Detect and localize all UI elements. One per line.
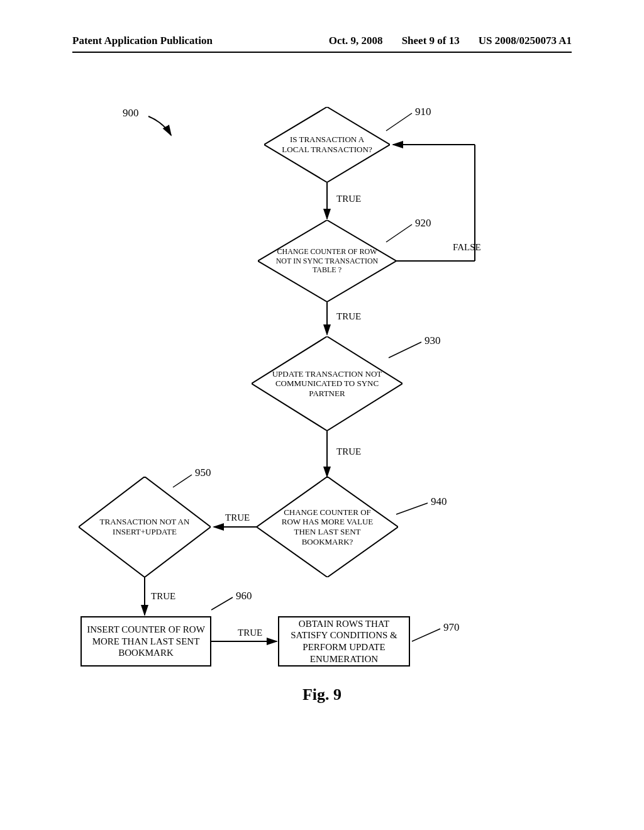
- svg-line-3: [396, 503, 428, 514]
- decision-940-text: CHANGE COUNTER OF ROW HAS MORE VALUE THE…: [257, 477, 398, 577]
- ref-930: 930: [425, 335, 441, 347]
- decision-930-text: UPDATE TRANSACTION NOT COMMUNICATED TO S…: [252, 336, 402, 431]
- decision-910-text: IS TRANSACTION A LOCAL TRANSACTION?: [264, 107, 390, 182]
- edge-930-true: TRUE: [336, 446, 361, 457]
- flowchart: 900 IS TRANSACTION A LOCAL TRANSACTION? …: [0, 101, 644, 742]
- svg-line-0: [386, 113, 412, 131]
- decision-950-text: TRANSACTION NOT AN INSERT+UPDATE: [79, 477, 211, 577]
- header-date: Oct. 9, 2008: [329, 35, 383, 47]
- svg-line-6: [412, 629, 440, 641]
- figure-caption: Fig. 9: [0, 685, 644, 704]
- svg-line-5: [211, 597, 233, 610]
- ref-900: 900: [123, 107, 139, 119]
- edge-950-true: TRUE: [151, 591, 175, 602]
- decision-920-text: CHANGE COUNTER OF ROW NOT IN SYNC TRANSA…: [258, 220, 396, 302]
- edge-940-true: TRUE: [225, 512, 250, 523]
- edge-920-true: TRUE: [336, 311, 361, 322]
- ref-920: 920: [415, 217, 431, 230]
- process-960: INSERT COUNTER OF ROW MORE THAN LAST SEN…: [80, 616, 211, 667]
- edge-910-true: TRUE: [336, 194, 361, 204]
- edge-960-true: TRUE: [238, 628, 262, 638]
- header-left: Patent Application Publication: [72, 35, 213, 47]
- header-rule: [72, 52, 572, 53]
- edge-920-false: FALSE: [453, 242, 481, 253]
- process-960-text: INSERT COUNTER OF ROW MORE THAN LAST SEN…: [82, 624, 210, 659]
- ref-950: 950: [195, 467, 211, 479]
- process-970: OBTAIN ROWS THAT SATISFY CONDITIONS & PE…: [278, 616, 410, 667]
- ref-960: 960: [236, 590, 252, 602]
- ref-910: 910: [415, 106, 431, 118]
- ref-940: 940: [431, 495, 447, 508]
- page-header: Patent Application Publication Oct. 9, 2…: [0, 35, 644, 47]
- header-pubnum: US 2008/0250073 A1: [479, 35, 572, 47]
- process-970-text: OBTAIN ROWS THAT SATISFY CONDITIONS & PE…: [279, 618, 409, 665]
- ref-970: 970: [443, 621, 460, 634]
- header-sheet: Sheet 9 of 13: [402, 35, 460, 47]
- header-right: Oct. 9, 2008 Sheet 9 of 13 US 2008/02500…: [329, 35, 572, 47]
